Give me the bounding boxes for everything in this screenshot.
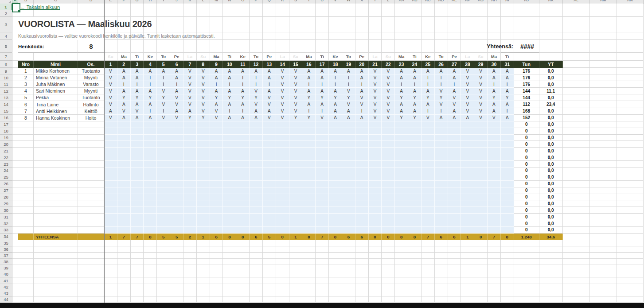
cell-N36[interactable] — [223, 246, 236, 253]
cell-C19[interactable] — [34, 135, 78, 141]
cell-U25[interactable] — [316, 174, 329, 181]
cell-AJ5[interactable] — [514, 40, 539, 53]
cell-AC27[interactable] — [422, 187, 435, 194]
cell-C35[interactable] — [34, 240, 78, 246]
cell-L22[interactable] — [197, 154, 210, 161]
cell-AL34[interactable] — [563, 234, 590, 240]
cell-A11[interactable] — [12, 81, 18, 88]
cell-M26[interactable] — [210, 181, 223, 187]
cell-O39[interactable] — [236, 265, 250, 271]
cell-AC30[interactable] — [422, 207, 435, 214]
cell-AD7[interactable]: To — [435, 53, 448, 61]
cell-K27[interactable] — [183, 187, 197, 194]
cell-AE29[interactable] — [448, 200, 461, 207]
cell-AL15[interactable] — [563, 108, 590, 115]
cell-AA11[interactable]: I — [395, 81, 408, 88]
cell-AG26[interactable] — [474, 181, 488, 187]
cell-AH18[interactable] — [488, 128, 501, 135]
cell-A33[interactable] — [12, 227, 18, 234]
cell-AK30[interactable]: 0,0 — [539, 207, 563, 214]
cell-L31[interactable] — [197, 214, 210, 220]
cell-C7[interactable] — [34, 53, 78, 61]
cell-O5[interactable] — [236, 40, 250, 53]
cell-J31[interactable] — [170, 214, 183, 220]
cell-AG33[interactable] — [474, 227, 488, 234]
cell-AB3[interactable] — [408, 17, 422, 32]
row-header-14[interactable]: 14 — [0, 101, 12, 108]
cell-X13[interactable]: V — [355, 94, 369, 101]
cell-M37[interactable] — [210, 253, 223, 259]
cell-Q2[interactable] — [263, 10, 276, 17]
cell-AA33[interactable] — [395, 227, 408, 234]
cell-Y44[interactable] — [369, 296, 382, 303]
cell-AI20[interactable] — [501, 141, 514, 148]
cell-O9[interactable]: A — [236, 68, 250, 74]
cell-AD37[interactable] — [435, 253, 448, 259]
cell-AJ1[interactable] — [514, 4, 539, 10]
cell-AF16[interactable]: A — [461, 115, 474, 121]
cell-X36[interactable] — [355, 246, 369, 253]
cell-AA13[interactable]: Y — [395, 94, 408, 101]
cell-B20[interactable] — [18, 141, 34, 148]
col-header-AM[interactable]: AM — [590, 0, 617, 4]
cell-Y27[interactable] — [369, 187, 382, 194]
cell-W42[interactable] — [342, 284, 355, 290]
cell-L38[interactable] — [197, 259, 210, 265]
cell-S2[interactable] — [289, 10, 303, 17]
cell-A39[interactable] — [12, 265, 18, 271]
cell-C27[interactable] — [34, 187, 78, 194]
cell-AH35[interactable] — [488, 240, 501, 246]
cell-L32[interactable] — [197, 220, 210, 227]
cell-Q23[interactable] — [263, 161, 276, 168]
cell-Q28[interactable] — [263, 194, 276, 201]
cell-AN23[interactable] — [617, 161, 644, 168]
cell-AG31[interactable] — [474, 214, 488, 220]
cell-AF8[interactable]: 28 — [461, 61, 474, 68]
cell-L10[interactable]: V — [197, 74, 210, 81]
cell-A9[interactable] — [12, 68, 18, 74]
cell-I12[interactable]: V — [157, 88, 170, 94]
cell-B14[interactable]: 6 — [18, 101, 34, 108]
cell-M27[interactable] — [210, 187, 223, 194]
cell-L40[interactable] — [197, 271, 210, 277]
cell-I37[interactable] — [157, 253, 170, 259]
cell-A8[interactable] — [12, 61, 18, 68]
cell-AK4[interactable] — [539, 32, 563, 40]
cell-AC10[interactable]: I — [422, 74, 435, 81]
cell-AA34[interactable]: 8 — [395, 234, 408, 240]
cell-AK7[interactable] — [539, 53, 563, 61]
cell-AB40[interactable] — [408, 271, 422, 277]
cell-AE40[interactable] — [448, 271, 461, 277]
cell-AM12[interactable] — [590, 88, 617, 94]
cell-O33[interactable] — [236, 227, 250, 234]
cell-K16[interactable]: Y — [183, 115, 197, 121]
cell-AJ3[interactable] — [514, 17, 539, 32]
cell-AG17[interactable] — [474, 121, 488, 128]
col-header-J[interactable]: J — [170, 0, 183, 4]
cell-AG13[interactable]: V — [474, 94, 488, 101]
cell-B37[interactable] — [18, 253, 34, 259]
cell-W9[interactable]: A — [342, 68, 355, 74]
cell-K33[interactable] — [183, 227, 197, 234]
cell-V17[interactable] — [329, 121, 342, 128]
cell-D39[interactable] — [78, 265, 104, 271]
cell-S1[interactable] — [289, 4, 303, 10]
cell-AM23[interactable] — [590, 161, 617, 168]
cell-AJ26[interactable]: 0 — [514, 181, 539, 187]
cell-X8[interactable]: 20 — [355, 61, 369, 68]
cell-H18[interactable] — [144, 128, 157, 135]
cell-AE24[interactable] — [448, 168, 461, 174]
cell-M21[interactable] — [210, 148, 223, 154]
cell-V9[interactable]: A — [329, 68, 342, 74]
cell-Y19[interactable] — [369, 135, 382, 141]
cell-H23[interactable] — [144, 161, 157, 168]
cell-J35[interactable] — [170, 240, 183, 246]
cell-Q10[interactable]: A — [263, 74, 276, 81]
cell-X16[interactable]: A — [355, 115, 369, 121]
cell-AG7[interactable]: Su — [474, 53, 488, 61]
cell-S4[interactable] — [289, 32, 303, 40]
cell-AM4[interactable] — [590, 32, 617, 40]
cell-AN35[interactable] — [617, 240, 644, 246]
cell-F23[interactable] — [117, 161, 131, 168]
cell-E29[interactable] — [104, 200, 117, 207]
